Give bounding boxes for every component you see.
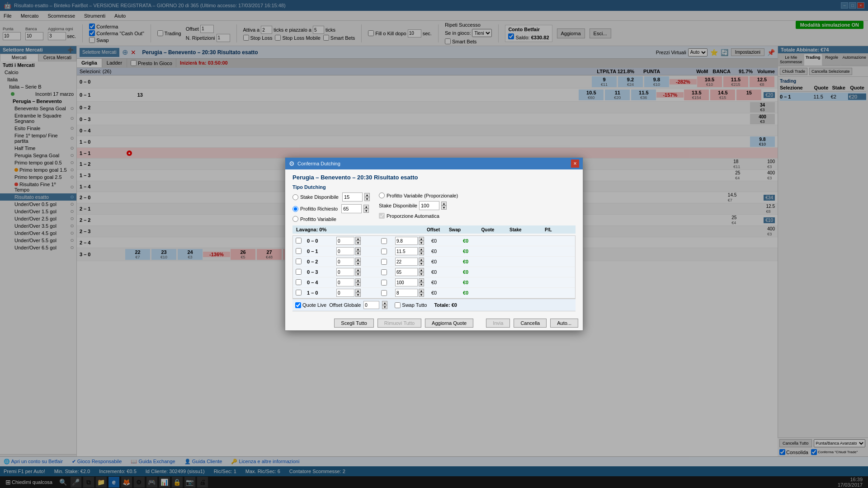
- offset-00-up[interactable]: ▲: [355, 237, 361, 241]
- dialog-titlebar: ⚙ Conferma Dutching ×: [285, 158, 583, 169]
- quote-01-up[interactable]: ▲: [419, 247, 424, 251]
- row-sel-01: 0 – 1: [307, 249, 336, 254]
- quote-10-input[interactable]: [395, 289, 418, 297]
- proporzione-checkbox[interactable]: [379, 213, 385, 219]
- invia-button[interactable]: Invia: [486, 319, 510, 328]
- aggiorna-quote-button[interactable]: Aggiorna Quote: [425, 319, 473, 328]
- dialog-buttons: Scegli Tutto Rimuovi Tutto Aggiorna Quot…: [285, 316, 583, 330]
- quote-04-input[interactable]: [395, 278, 418, 286]
- stake-disp-input[interactable]: [342, 192, 363, 202]
- row-check-04[interactable]: [296, 279, 302, 285]
- quote-02-dn[interactable]: ▼: [419, 262, 424, 266]
- dialog-body: Perugia – Benevento – 20:30 Risultato es…: [285, 169, 583, 316]
- swap-02[interactable]: [381, 259, 387, 265]
- cancella-dialog-button[interactable]: Cancella: [514, 319, 547, 328]
- quote-02-up[interactable]: ▲: [419, 258, 424, 262]
- offset-03-input[interactable]: [336, 268, 354, 276]
- offset-03-dn[interactable]: ▼: [355, 272, 361, 276]
- offset-01-up[interactable]: ▲: [355, 247, 361, 251]
- quote-live-checkbox[interactable]: [295, 302, 301, 308]
- row-offset-01: ▲ ▼: [336, 247, 373, 255]
- dialog-table-row: 0 – 0 ▲ ▼ ▲ ▼: [293, 236, 575, 246]
- profitto-rich-up-btn[interactable]: ▲: [363, 205, 369, 209]
- offset-02-input[interactable]: [336, 258, 354, 266]
- stake-up-btn[interactable]: ▲: [364, 193, 370, 197]
- stake2-dn-btn[interactable]: ▼: [441, 206, 447, 210]
- offset-00-input[interactable]: [336, 237, 354, 245]
- quote-10-dn[interactable]: ▼: [419, 293, 424, 297]
- offset-globale-input[interactable]: [363, 301, 379, 309]
- quote-02-input[interactable]: [395, 258, 418, 266]
- row-sel-10: 1 – 0: [307, 290, 336, 296]
- stake-dn-btn[interactable]: ▼: [364, 197, 370, 201]
- offset-10-up[interactable]: ▲: [355, 289, 361, 293]
- row-check-01[interactable]: [296, 248, 302, 254]
- offset-04-dn[interactable]: ▼: [355, 282, 361, 286]
- totale-label: Totale:: [434, 302, 450, 308]
- row-check-00[interactable]: [296, 238, 302, 244]
- dialog-footer-bar: Quote Live Offset Globale ▲ ▼ Swap Tutto…: [292, 299, 576, 311]
- offset-03-up[interactable]: ▲: [355, 268, 361, 272]
- row-quote-01: ▲ ▼: [395, 247, 431, 255]
- offset-01-input[interactable]: [336, 247, 354, 255]
- row-offset-02: ▲ ▼: [336, 258, 373, 266]
- col-quote-header: Quote: [470, 227, 506, 232]
- quote-10-up[interactable]: ▲: [419, 289, 424, 293]
- radio-profitto-var[interactable]: [292, 216, 298, 222]
- row-pl-03: €0: [463, 269, 490, 275]
- col-swap-header: Swap: [443, 227, 466, 232]
- row-sel-04: 0 – 4: [307, 280, 336, 285]
- row-check-03[interactable]: [296, 269, 302, 275]
- swap-01[interactable]: [381, 249, 387, 254]
- profitto-rich-input[interactable]: [341, 204, 362, 213]
- offset-02-dn[interactable]: ▼: [355, 262, 361, 266]
- swap-tutto-checkbox[interactable]: [395, 302, 401, 308]
- offset-02-up[interactable]: ▲: [355, 258, 361, 262]
- quote-03-up[interactable]: ▲: [419, 268, 424, 272]
- quote-03-dn[interactable]: ▼: [419, 272, 424, 276]
- quote-01-input[interactable]: [395, 247, 418, 255]
- dialog-close-button[interactable]: ×: [571, 160, 579, 168]
- radio-profitto-var-prop[interactable]: [379, 192, 385, 198]
- quote-04-up[interactable]: ▲: [419, 278, 424, 282]
- dialog-table-row: 0 – 1 ▲ ▼ ▲ ▼: [293, 246, 575, 257]
- row-offset-04: ▲ ▼: [336, 278, 373, 286]
- row-pl-04: €0: [463, 280, 490, 285]
- swap-03[interactable]: [381, 269, 387, 275]
- offset-04-up[interactable]: ▲: [355, 278, 361, 282]
- proporzione-label: Proporzione Automatica: [387, 213, 439, 219]
- stake2-up-btn[interactable]: ▲: [441, 202, 447, 206]
- quote-00-input[interactable]: [395, 237, 418, 245]
- dialog-icon: ⚙: [289, 160, 295, 167]
- profitto-rich-dn-btn[interactable]: ▼: [363, 209, 369, 213]
- stake-disp2-input[interactable]: [419, 201, 439, 210]
- scegli-tutto-button[interactable]: Scegli Tutto: [334, 319, 373, 328]
- quote-00-up[interactable]: ▲: [419, 237, 424, 241]
- quote-00-dn[interactable]: ▼: [419, 241, 424, 245]
- offset-00-dn[interactable]: ▼: [355, 241, 361, 245]
- radio-stake-disp[interactable]: [292, 194, 298, 200]
- swap-00[interactable]: [381, 238, 387, 244]
- offset-g-dn[interactable]: ▼: [382, 305, 387, 309]
- offset-10-input[interactable]: [336, 289, 354, 297]
- row-check-02[interactable]: [296, 258, 302, 264]
- dialog-table-row: 0 – 2 ▲ ▼ ▲ ▼: [293, 257, 575, 267]
- offset-04-input[interactable]: [336, 278, 354, 286]
- quote-01-dn[interactable]: ▼: [419, 251, 424, 255]
- row-sel-00: 0 – 0: [307, 238, 336, 244]
- auto-button[interactable]: Auto...: [550, 319, 578, 328]
- option-profitto-var: Profitto Variabile: [292, 216, 370, 222]
- quote-04-dn[interactable]: ▼: [419, 282, 424, 286]
- swap-10[interactable]: [381, 290, 387, 296]
- row-quote-04: ▲ ▼: [395, 278, 431, 286]
- offset-01-dn[interactable]: ▼: [355, 251, 361, 255]
- quote-live-label: Quote Live: [302, 302, 326, 308]
- rimuovi-tutto-button[interactable]: Rimuovi Tutto: [377, 319, 421, 328]
- row-check-10[interactable]: [296, 290, 302, 296]
- offset-g-up[interactable]: ▲: [382, 301, 387, 305]
- swap-04[interactable]: [381, 280, 387, 286]
- offset-10-dn[interactable]: ▼: [355, 293, 361, 297]
- radio-profitto-rich[interactable]: [292, 206, 298, 212]
- quote-03-input[interactable]: [395, 268, 418, 276]
- row-quote-03: ▲ ▼: [395, 268, 431, 276]
